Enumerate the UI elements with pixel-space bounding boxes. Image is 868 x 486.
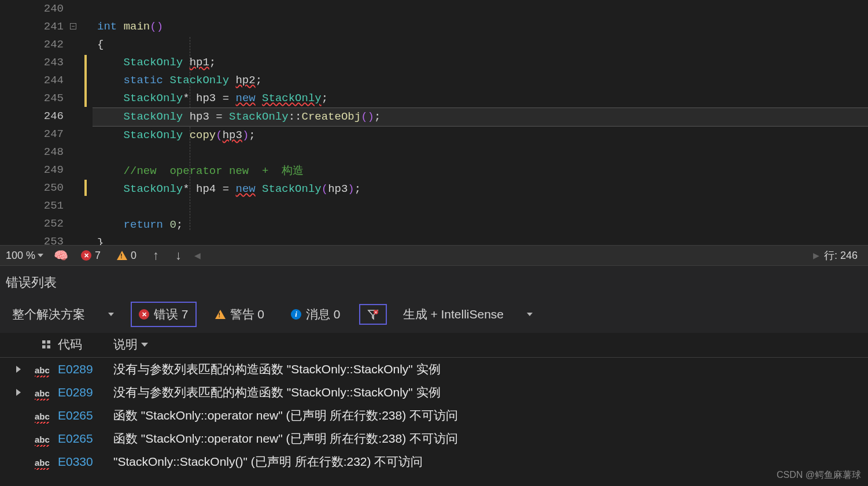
error-row[interactable]: abcE0289没有与参数列表匹配的构造函数 "StackOnly::Stack… [0,358,868,381]
info-icon [291,309,301,320]
error-row[interactable]: abcE0330"StackOnly::StackOnly()" (已声明 所在… [0,450,868,473]
sort-descending-icon [141,343,148,347]
abc-icon: abc [35,388,50,398]
code-line[interactable]: { [93,36,868,54]
svg-rect-2 [42,340,46,344]
error-description: 没有与参数列表匹配的构造函数 "StackOnly::StackOnly" 实例 [113,361,862,377]
messages-filter-button[interactable]: 消息 0 [283,302,349,327]
intellicode-icon[interactable]: 🧠 [49,248,73,262]
error-count[interactable]: 7 [73,250,109,262]
scroll-left-icon[interactable]: ◀ [194,251,201,260]
filter-clear-icon: ✕ [367,309,379,320]
change-marker [84,180,87,196]
abc-icon: abc [35,365,50,375]
code-line[interactable] [93,198,868,216]
warning-count[interactable]: 0 [109,250,145,262]
code-line[interactable]: //new operator new + 构造 [93,162,868,180]
error-list-title: 错误列表 [0,266,868,297]
error-row[interactable]: abcE0289没有与参数列表匹配的构造函数 "StackOnly::Stack… [0,381,868,404]
expand-triangle-icon [16,389,21,396]
clear-filter-button[interactable]: ✕ [359,304,387,325]
error-row[interactable]: abcE0265函数 "StackOnly::operator new" (已声… [0,404,868,427]
code-line[interactable]: StackOnly* hp4 = new StackOnly(hp3); [93,180,868,198]
error-count-value: 7 [95,250,101,262]
line-number: 245 [0,90,64,107]
error-description: "StackOnly::StackOnly()" (已声明 所在行数:232) … [113,454,862,470]
scope-value: 整个解决方案 [12,306,85,322]
errors-filter-button[interactable]: 错误 7 [131,302,197,327]
zoom-value: 100 % [6,250,35,262]
code-editor[interactable]: 240 241 242 243 244 245 246 247 248 249 … [0,0,868,245]
expand-triangle-icon [16,366,21,373]
category-cell: abc [35,409,58,422]
svg-rect-5 [47,345,50,348]
line-indicator[interactable]: 行: 246 [824,248,868,262]
line-number: 242 [0,36,64,54]
code-line[interactable]: static StackOnly hp2; [93,72,868,90]
build-mode-value: 生成 + IntelliSense [403,306,504,322]
error-list-panel: 错误列表 整个解决方案 错误 7 警告 0 消息 0 ✕ 生成 + Intell… [0,266,868,473]
warnings-filter-label: 警告 0 [230,306,265,322]
abc-icon: abc [35,435,50,444]
line-number: 240 [0,0,64,18]
abc-icon: abc [35,411,50,421]
code-line[interactable] [93,0,868,18]
svg-rect-3 [47,340,50,344]
expand-cell[interactable] [0,389,35,396]
warning-icon [215,310,226,319]
fold-toggle-icon[interactable] [70,23,76,29]
code-line[interactable]: StackOnly copy(hp3); [93,127,868,144]
zoom-dropdown[interactable]: 100 % [0,250,49,262]
messages-filter-label: 消息 0 [306,306,341,322]
editor-statusbar: 100 % 🧠 7 0 ↑ ↓ ◀ ▶ 行: 246 [0,245,868,266]
errors-filter-label: 错误 7 [154,306,189,322]
error-list-toolbar: 整个解决方案 错误 7 警告 0 消息 0 ✕ 生成 + IntelliSens… [0,297,868,333]
line-number: 244 [0,72,64,90]
chevron-down-icon [108,313,114,316]
scope-dropdown[interactable]: 整个解决方案 [6,303,120,325]
code-line[interactable]: StackOnly hp1; [93,54,868,72]
svg-rect-4 [42,345,46,348]
code-line[interactable]: int main() [93,18,868,36]
error-list-header: 代码 说明 [0,333,868,358]
change-marker [84,55,87,107]
error-code[interactable]: E0289 [58,362,113,376]
expand-cell[interactable] [0,366,35,373]
chevron-down-icon [527,313,533,316]
error-description: 没有与参数列表匹配的构造函数 "StackOnly::StackOnly" 实例 [113,384,862,400]
error-row[interactable]: abcE0265函数 "StackOnly::operator new" (已声… [0,427,868,450]
scroll-right-icon[interactable]: ▶ [813,251,819,260]
line-number: 249 [0,161,64,179]
column-description-header[interactable]: 说明 [113,336,862,353]
code-line[interactable]: StackOnly* hp3 = new StackOnly; [93,90,868,107]
watermark: CSDN @鳄鱼麻薯球 [777,469,861,481]
line-number-gutter: 240 241 242 243 244 245 246 247 248 249 … [0,0,93,245]
error-icon [81,250,91,261]
code-line-current[interactable]: StackOnly hp3 = StackOnly::CreateObj(); [93,107,868,127]
warnings-filter-button[interactable]: 警告 0 [207,302,273,327]
error-code[interactable]: E0265 [58,409,113,422]
warning-count-value: 0 [131,250,136,262]
column-description-label: 说明 [113,336,138,353]
error-code[interactable]: E0265 [58,432,113,446]
svg-text:✕: ✕ [374,310,378,314]
column-category[interactable] [35,340,58,348]
code-line[interactable] [93,144,868,162]
error-code[interactable]: E0289 [58,385,113,399]
nav-down-arrow-icon[interactable]: ↓ [167,248,190,263]
column-code-header[interactable]: 代码 [58,336,113,353]
line-number: 241 [0,18,64,36]
line-number: 251 [0,197,64,215]
error-list-grid: abcE0289没有与参数列表匹配的构造函数 "StackOnly::Stack… [0,358,868,473]
build-mode-dropdown[interactable]: 生成 + IntelliSense [397,304,539,325]
error-description: 函数 "StackOnly::operator new" (已声明 所在行数:2… [113,431,862,447]
line-number: 252 [0,215,64,233]
code-line[interactable]: return 0; [93,216,868,234]
category-cell: abc [35,455,58,469]
line-number: 248 [0,143,64,161]
line-number: 250 [0,179,64,197]
nav-up-arrow-icon[interactable]: ↑ [145,248,167,263]
error-code[interactable]: E0330 [58,455,113,469]
code-area[interactable]: int main() { StackOnly hp1; static Stack… [93,0,868,245]
horizontal-scrollbar[interactable]: ◀ ▶ [190,251,824,260]
